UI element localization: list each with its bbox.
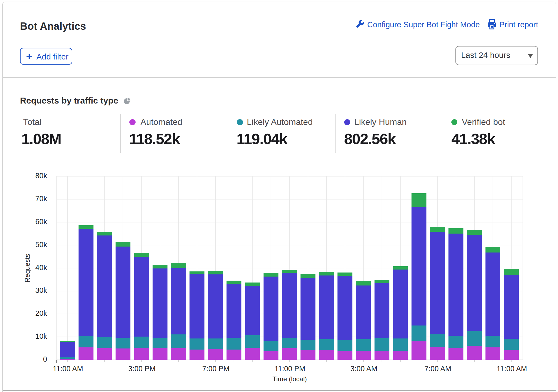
svg-text:7:00 AM: 7:00 AM [424, 365, 451, 373]
svg-text:Requests: Requests [24, 254, 31, 283]
svg-text:60k: 60k [35, 218, 47, 226]
svg-text:11:00 PM: 11:00 PM [274, 365, 305, 373]
svg-text:30k: 30k [35, 286, 47, 294]
svg-text:40k: 40k [35, 264, 47, 272]
svg-text:11:00 AM: 11:00 AM [53, 365, 83, 373]
svg-text:50k: 50k [35, 241, 47, 249]
svg-text:70k: 70k [35, 195, 47, 203]
svg-text:3:00 PM: 3:00 PM [128, 365, 156, 373]
svg-text:0: 0 [43, 355, 47, 363]
svg-text:20k: 20k [35, 309, 47, 317]
svg-text:11:00 AM: 11:00 AM [497, 365, 527, 373]
svg-text:10k: 10k [35, 332, 47, 340]
svg-text:7:00 PM: 7:00 PM [202, 365, 230, 373]
svg-text:Time (local): Time (local) [273, 375, 307, 383]
svg-text:3:00 AM: 3:00 AM [350, 365, 377, 373]
svg-text:80k: 80k [35, 172, 47, 180]
